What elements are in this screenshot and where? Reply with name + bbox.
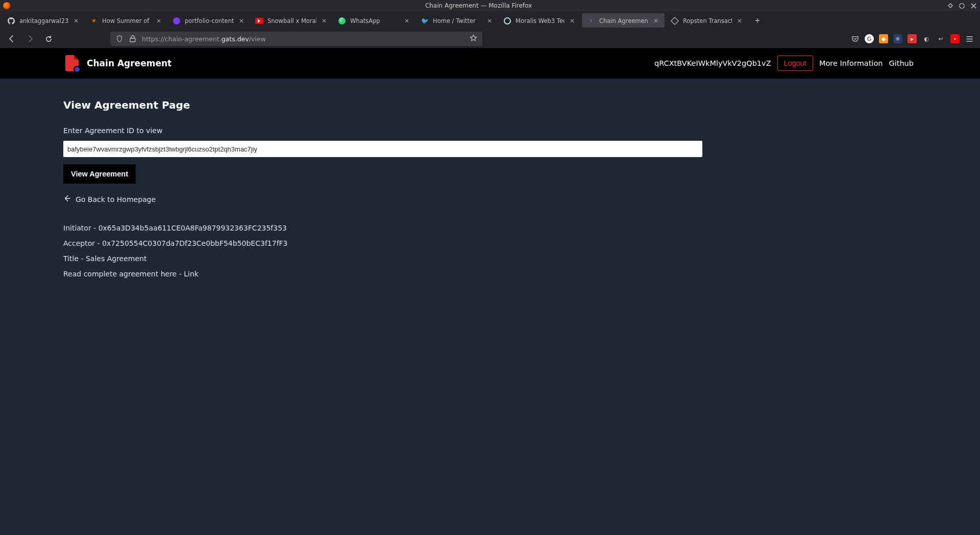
extension-icon[interactable]: G	[865, 34, 874, 43]
tab-label: Ropsten Transaction Ha	[683, 17, 732, 24]
extension-icon[interactable]: •	[950, 34, 960, 43]
ropsten-icon	[671, 17, 679, 25]
browser-tab[interactable]: Moralis Web3 Technolog ✕	[498, 11, 581, 30]
view-agreement-button[interactable]: View Agreement	[63, 164, 136, 184]
react-devtools-icon[interactable]: ⚛	[893, 34, 902, 43]
twitter-icon: 🐦	[421, 17, 429, 25]
window-maximize-button[interactable]	[959, 3, 965, 9]
agreement-id-label: Enter Agreement ID to view	[63, 126, 702, 135]
moralis-icon	[503, 17, 511, 25]
new-tab-button[interactable]: ＋	[748, 11, 767, 30]
tab-close-icon[interactable]: ✕	[736, 17, 743, 24]
tab-close-icon[interactable]: ✕	[569, 17, 576, 24]
browser-tab[interactable]: Snowball x Moralis Work ✕	[250, 11, 333, 30]
window-titlebar: Chain Agreement — Mozilla Firefox	[0, 0, 980, 11]
app-menu-icon[interactable]	[965, 34, 974, 43]
github-link[interactable]: Github	[889, 59, 914, 67]
page-content: View Agreement Page Enter Agreement ID t…	[0, 79, 766, 298]
tab-close-icon[interactable]: ✕	[238, 17, 245, 24]
youtube-icon	[255, 17, 263, 25]
window-title: Chain Agreement — Mozilla Firefox	[14, 2, 943, 9]
svg-rect-1	[130, 38, 135, 42]
window-minimize-button[interactable]	[947, 3, 953, 9]
window-close-button[interactable]	[970, 3, 977, 9]
page-viewport: Chain Agreement qRCXtBVKeIWkMlyVkV2gQb1v…	[0, 48, 980, 535]
page-title: View Agreement Page	[63, 99, 702, 111]
app-title: Chain Agreement	[87, 58, 172, 68]
back-home-link[interactable]: Go Back to Homepage	[63, 195, 702, 203]
url-bar[interactable]: https://chain-agreement.gats.dev/view	[110, 32, 482, 46]
browser-tabbar: ankitaggarwal23/Summ ✕ ☀ How Summer of B…	[0, 11, 980, 30]
extension-icon[interactable]: ◐	[922, 34, 931, 43]
wallet-address: qRCXtBVKeIWkMlyVkV2gQb1vZ	[654, 59, 771, 67]
extension-icon[interactable]: ▸	[908, 34, 917, 43]
tab-label: ankitaggarwal23/Summ	[19, 17, 68, 24]
back-home-label: Go Back to Homepage	[76, 195, 156, 203]
metamask-icon[interactable]: ◆	[879, 34, 888, 43]
bookmark-icon[interactable]	[470, 34, 477, 43]
tab-close-icon[interactable]: ✕	[72, 17, 80, 24]
github-icon	[7, 17, 15, 25]
extension-icon[interactable]: ↩	[936, 34, 945, 43]
tab-label: How Summer of Bitcoin	[102, 17, 151, 24]
read-agreement-line: Read complete agreement here - Link	[63, 270, 702, 278]
lock-icon	[129, 35, 137, 43]
back-button[interactable]	[4, 32, 19, 46]
browser-tab[interactable]: 🐦 Home / Twitter ✕	[415, 11, 498, 30]
browser-tab[interactable]: WhatsApp ✕	[333, 11, 415, 30]
tab-label: Chain Agreement	[599, 17, 648, 24]
browser-toolbar: https://chain-agreement.gats.dev/view G …	[0, 30, 980, 48]
browser-tab[interactable]: ☀ How Summer of Bitcoin ✕	[85, 11, 167, 30]
agreement-link[interactable]: Link	[184, 270, 199, 278]
tab-label: Snowball x Moralis Work	[267, 17, 316, 24]
vite-icon: ⚡	[587, 17, 595, 25]
tab-close-icon[interactable]: ✕	[155, 17, 162, 24]
tab-label: portfolio-content | Cont	[185, 17, 234, 24]
initiator-line: Initiator - 0x65a3D34b5aa611CE0A8Fa98799…	[63, 224, 702, 232]
browser-tab-active[interactable]: ⚡ Chain Agreement ✕	[582, 13, 665, 28]
tab-close-icon[interactable]: ✕	[403, 17, 410, 24]
url-text: https://chain-agreement.gats.dev/view	[142, 35, 266, 43]
shield-icon	[115, 35, 124, 43]
whatsapp-icon	[338, 17, 346, 25]
pocket-icon[interactable]	[850, 34, 860, 43]
tab-label: Moralis Web3 Technolog	[516, 17, 565, 24]
forward-button[interactable]	[22, 32, 38, 46]
title-line: Title - Sales Agreement	[63, 254, 702, 263]
more-info-link[interactable]: More Information	[819, 59, 883, 67]
app-logo-icon	[65, 55, 79, 71]
tab-label: Home / Twitter	[433, 17, 482, 24]
logout-button[interactable]: Logout	[777, 56, 813, 71]
arrow-left-icon	[63, 195, 70, 203]
tab-close-icon[interactable]: ✕	[652, 17, 659, 24]
browser-tab[interactable]: portfolio-content | Cont ✕	[167, 11, 250, 30]
tab-close-icon[interactable]: ✕	[486, 17, 493, 24]
sun-icon: ☀	[90, 17, 98, 25]
app-header: Chain Agreement qRCXtBVKeIWkMlyVkV2gQb1v…	[0, 48, 980, 79]
firefox-icon	[3, 2, 10, 9]
site-icon	[173, 17, 181, 25]
svg-rect-0	[959, 3, 965, 9]
browser-tab[interactable]: ankitaggarwal23/Summ ✕	[2, 11, 85, 30]
tab-close-icon[interactable]: ✕	[321, 17, 328, 24]
browser-tab[interactable]: Ropsten Transaction Ha ✕	[666, 11, 748, 30]
tab-label: WhatsApp	[350, 17, 399, 24]
acceptor-line: Acceptor - 0x7250554C0307da7Df23Ce0bbF54…	[63, 239, 702, 247]
agreement-id-input[interactable]	[63, 141, 702, 157]
extension-bar: G ◆ ⚛ ▸ ◐ ↩ •	[850, 34, 976, 43]
reload-button[interactable]	[41, 32, 56, 46]
